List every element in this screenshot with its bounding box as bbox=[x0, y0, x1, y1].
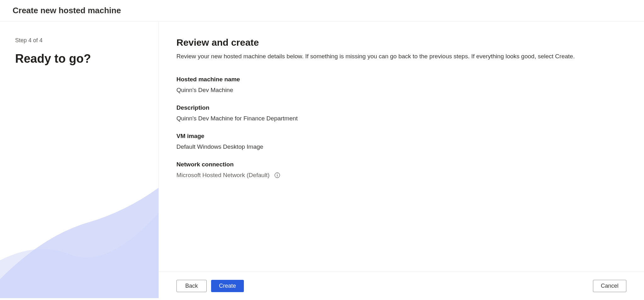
field-value: Quinn's Dev Machine bbox=[176, 87, 626, 94]
field-value: Quinn's Dev Machine for Finance Departme… bbox=[176, 115, 626, 122]
main-panel: Review and create Review your new hosted… bbox=[159, 21, 644, 298]
field-label: Description bbox=[176, 104, 626, 111]
field-value-text: Quinn's Dev Machine for Finance Departme… bbox=[176, 115, 298, 122]
svg-rect-2 bbox=[277, 175, 278, 176]
field-value-text: Quinn's Dev Machine bbox=[176, 87, 233, 94]
field-value-text: Default Windows Desktop Image bbox=[176, 143, 263, 150]
field-vm-image: VM image Default Windows Desktop Image bbox=[176, 133, 626, 150]
field-hosted-machine-name: Hosted machine name Quinn's Dev Machine bbox=[176, 76, 626, 94]
wizard-footer: Back Create Cancel bbox=[159, 272, 644, 300]
main-subtitle: Review your new hosted machine details b… bbox=[176, 52, 626, 61]
step-indicator: Step 4 of 4 bbox=[15, 37, 143, 44]
info-icon[interactable] bbox=[274, 172, 280, 178]
page-title: Create new hosted machine bbox=[13, 6, 631, 15]
field-label: VM image bbox=[176, 133, 626, 140]
field-value: Default Windows Desktop Image bbox=[176, 143, 626, 150]
field-value-text: Microsoft Hosted Network (Default) bbox=[176, 172, 270, 179]
page-header: Create new hosted machine bbox=[0, 0, 644, 21]
footer-right-buttons: Cancel bbox=[593, 280, 626, 292]
back-button[interactable]: Back bbox=[176, 280, 207, 292]
field-label: Hosted machine name bbox=[176, 76, 626, 83]
field-value: Microsoft Hosted Network (Default) bbox=[176, 172, 626, 179]
wizard-sidebar: Step 4 of 4 Ready to go? bbox=[0, 21, 159, 298]
field-network-connection: Network connection Microsoft Hosted Netw… bbox=[176, 161, 626, 179]
create-button[interactable]: Create bbox=[211, 280, 244, 292]
footer-left-buttons: Back Create bbox=[176, 280, 244, 292]
field-description: Description Quinn's Dev Machine for Fina… bbox=[176, 104, 626, 122]
field-label: Network connection bbox=[176, 161, 626, 168]
sidebar-heading: Ready to go? bbox=[15, 52, 143, 66]
main-title: Review and create bbox=[176, 37, 626, 48]
svg-point-1 bbox=[277, 174, 278, 174]
wave-decoration bbox=[0, 178, 158, 298]
cancel-button[interactable]: Cancel bbox=[593, 280, 626, 292]
content-area: Step 4 of 4 Ready to go? Review and crea… bbox=[0, 21, 644, 298]
